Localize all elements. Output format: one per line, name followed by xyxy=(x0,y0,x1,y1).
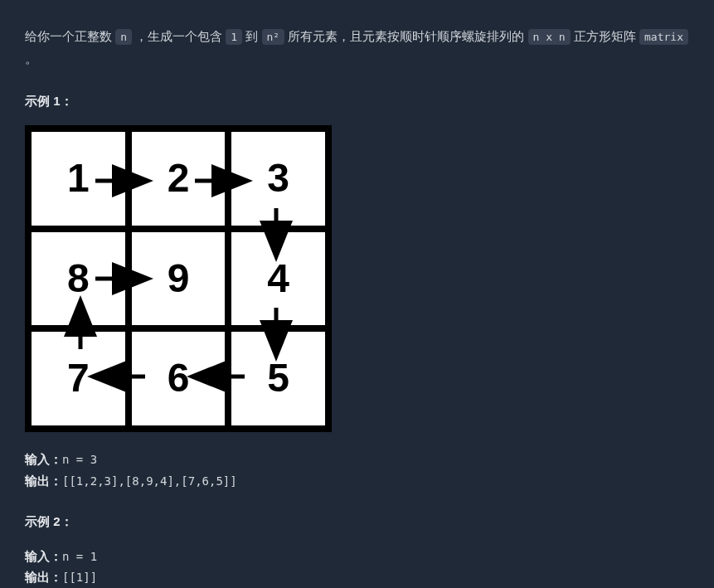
matrix-cell-9: 9 xyxy=(132,232,226,326)
example1-title: 示例 1： xyxy=(25,90,689,112)
desc-text-6: 。 xyxy=(25,51,37,66)
example1-io: 输入：n = 3 输出：[[1,2,3],[8,9,4],[7,6,5]] xyxy=(25,449,689,492)
example2-title: 示例 2： xyxy=(25,510,689,532)
output-value-2: [[1]] xyxy=(62,571,97,584)
example2-io: 输入：n = 1 输出：[[1]] xyxy=(25,546,689,588)
matrix-cell-5: 5 xyxy=(231,332,325,425)
code-matrix: matrix xyxy=(639,29,688,45)
matrix-cell-2: 2 xyxy=(132,132,226,226)
code-n-squared: n² xyxy=(262,29,285,45)
desc-text-2: ，生成一个包含 xyxy=(132,29,226,43)
example2-output-line: 输出：[[1]] xyxy=(25,566,689,588)
desc-text-5: 正方形矩阵 xyxy=(571,29,639,43)
example1-output-line: 输出：[[1,2,3],[8,9,4],[7,6,5]] xyxy=(25,470,689,492)
example2-input-line: 输入：n = 1 xyxy=(25,546,689,567)
code-nxn: n x n xyxy=(528,29,571,45)
desc-text-3: 到 xyxy=(242,29,261,43)
matrix-cell-7: 7 xyxy=(32,332,125,425)
input-label-2: 输入： xyxy=(25,549,62,563)
matrix-grid: 1 2 3 8 9 4 7 6 5 xyxy=(32,132,325,425)
code-1: 1 xyxy=(226,29,242,45)
input-value: n = 3 xyxy=(62,453,97,466)
matrix-cell-8: 8 xyxy=(32,232,125,326)
desc-text-4: 所有元素，且元素按顺时针顺序螺旋排列的 xyxy=(284,29,527,43)
matrix-cell-6: 6 xyxy=(132,332,226,425)
matrix-cell-1: 1 xyxy=(32,132,125,226)
example1-input-line: 输入：n = 3 xyxy=(25,449,689,470)
spiral-matrix-diagram: 1 2 3 8 9 4 7 6 5 xyxy=(25,125,332,432)
desc-text-1: 给你一个正整数 xyxy=(25,29,115,43)
output-value: [[1,2,3],[8,9,4],[7,6,5]] xyxy=(62,474,237,488)
output-label-2: 输出： xyxy=(25,570,62,584)
matrix-cell-4: 4 xyxy=(231,232,325,326)
output-label: 输出： xyxy=(25,474,62,488)
matrix-cell-3: 3 xyxy=(231,132,325,226)
input-value-2: n = 1 xyxy=(62,550,97,563)
input-label: 输入： xyxy=(25,452,62,466)
code-n: n xyxy=(115,29,132,45)
problem-description: 给你一个正整数 n ，生成一个包含 1 到 n² 所有元素，且元素按顺时针顺序螺… xyxy=(25,25,689,70)
